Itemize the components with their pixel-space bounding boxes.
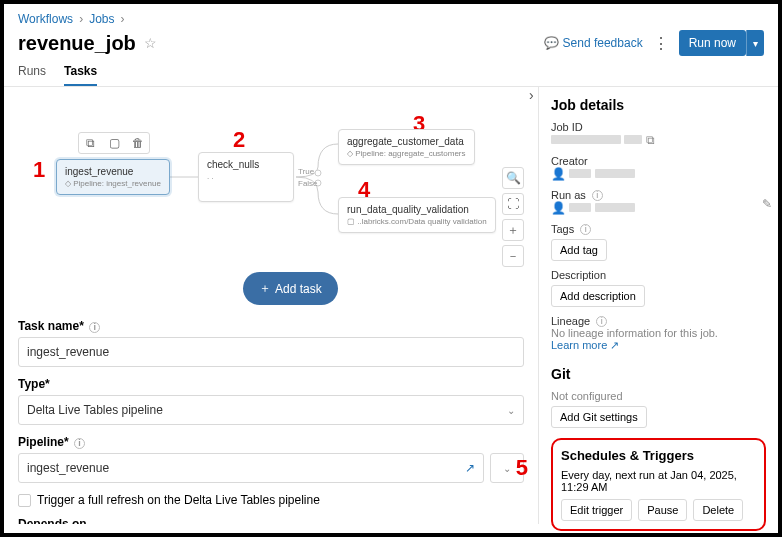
job-id-label: Job ID [551,121,766,133]
type-select[interactable]: Delta Live Tables pipeline⌄ [18,395,524,425]
checkbox-icon [18,494,31,507]
info-icon[interactable]: i [89,322,100,333]
add-task-button[interactable]: ＋ Add task [243,272,338,305]
breadcrumb-workflows[interactable]: Workflows [18,12,73,26]
collapse-panel-icon[interactable]: › [529,87,534,103]
edge-label-false: False [298,179,318,188]
tab-runs[interactable]: Runs [18,64,46,86]
task-name-input[interactable]: ingest_revenue [18,337,524,367]
breadcrumb-jobs[interactable]: Jobs [89,12,114,26]
run-now-button[interactable]: Run now [679,30,746,56]
node-toolbar: ⧉ ▢ 🗑 [78,132,150,154]
zoom-in-icon[interactable]: ＋ [502,219,524,241]
search-icon[interactable]: 🔍 [502,167,524,189]
learn-more-link[interactable]: Learn more ↗ [551,339,766,352]
description-label: Description [551,269,766,281]
tab-bar: Runs Tasks [4,56,778,87]
add-git-button[interactable]: Add Git settings [551,406,647,428]
schedule-text: Every day, next run at Jan 04, 2025, 11:… [561,469,756,493]
task-node-run-data-quality[interactable]: run_data_quality_validation ▢ ..labricks… [338,197,496,233]
tags-label: Tags i [551,223,766,235]
task-node-aggregate-customer-data[interactable]: aggregate_customer_data ◇ Pipeline: aggr… [338,129,475,165]
page-title: revenue_job [18,32,136,55]
annotation-1: 1 [33,157,45,183]
schedules-title: Schedules & Triggers [561,448,756,463]
task-node-check-nulls[interactable]: check_nulls . . [198,152,294,202]
pipeline-select[interactable]: ingest_revenue↗ [18,453,484,483]
copy-icon[interactable]: ⧉ [646,133,655,147]
add-description-button[interactable]: Add description [551,285,645,307]
edge-label-true: True [298,167,314,176]
svg-point-0 [315,170,321,176]
git-title: Git [551,366,766,382]
lineage-text: No lineage information for this job. [551,327,766,339]
annotation-2: 2 [233,127,245,153]
user-icon: 👤 [551,201,566,215]
add-tag-button[interactable]: Add tag [551,239,607,261]
info-icon[interactable]: i [592,190,603,201]
annotation-5: 5 [516,455,528,481]
fullscreen-icon[interactable]: ⛶ [502,193,524,215]
zoom-out-icon[interactable]: － [502,245,524,267]
job-details-title: Job details [551,97,766,113]
canvas-tools: 🔍 ⛶ ＋ － [502,167,524,267]
chat-icon: 💬 [544,36,559,50]
task-name-label: Task name* i [18,319,524,333]
copy-icon[interactable]: ⧉ [83,136,97,150]
info-icon[interactable]: i [580,224,591,235]
lineage-label: Lineage i [551,315,766,327]
clone-icon[interactable]: ▢ [107,136,121,150]
send-feedback-link[interactable]: 💬 Send feedback [544,36,643,50]
task-graph-canvas[interactable]: 1 2 3 4 ⧉ ▢ 🗑 ingest_revenue ◇ Pipeline:… [18,97,524,297]
breadcrumb: Workflows › Jobs › [18,12,764,26]
info-icon[interactable]: i [596,316,607,327]
full-refresh-checkbox[interactable]: Trigger a full refresh on the Delta Live… [18,493,524,507]
git-status: Not configured [551,390,766,402]
star-icon[interactable]: ☆ [144,35,157,51]
delete-button[interactable]: Delete [693,499,743,521]
depends-on-label: Depends on [18,517,524,524]
tab-tasks[interactable]: Tasks [64,64,97,86]
schedules-triggers-section: Schedules & Triggers Every day, next run… [551,438,766,531]
info-icon[interactable]: i [74,438,85,449]
user-icon: 👤 [551,167,566,181]
delete-icon[interactable]: 🗑 [131,136,145,150]
edit-trigger-button[interactable]: Edit trigger [561,499,632,521]
runas-label: Run as i [551,189,766,201]
creator-label: Creator [551,155,766,167]
type-label: Type* [18,377,524,391]
kebab-menu-icon[interactable]: ⋮ [653,34,669,53]
run-now-dropdown[interactable]: ▾ [746,30,764,56]
edit-icon[interactable]: ✎ [762,197,772,211]
pause-button[interactable]: Pause [638,499,687,521]
task-node-ingest-revenue[interactable]: ingest_revenue ◇ Pipeline: ingest_revenu… [56,159,170,195]
pipeline-label: Pipeline* i [18,435,524,449]
